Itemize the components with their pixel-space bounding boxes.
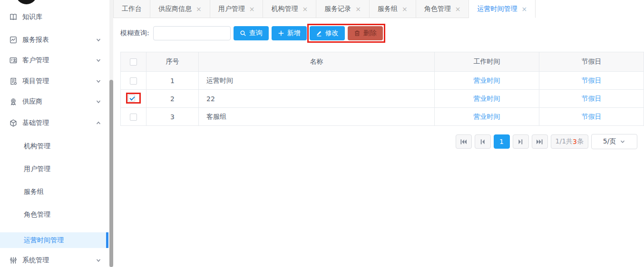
tab-supplier-info[interactable]: 供应商信息 ×: [150, 0, 210, 18]
sidebar-item-label: 基础管理: [22, 119, 49, 127]
header-name: 名称: [199, 52, 435, 72]
delete-button-label: 删除: [363, 29, 377, 38]
last-page-icon: [536, 139, 543, 145]
tab-bar: 工作台 供应商信息 × 用户管理 × 机构管理 × 服务记录 × 服务组 ×: [113, 0, 536, 18]
close-icon[interactable]: ×: [402, 6, 408, 12]
page-size-select[interactable]: 5/页: [591, 134, 637, 149]
sidebar-subitem-label: 机构管理: [24, 142, 50, 151]
header-work-time: 工作时间: [435, 52, 539, 72]
sliders-icon: [9, 256, 18, 265]
search-icon: [240, 30, 246, 37]
sidebar-subitem-role-management[interactable]: 角色管理: [0, 206, 108, 223]
app-logo: [16, 0, 37, 4]
sidebar-subitem-label: 服务组: [24, 188, 44, 196]
sidebar-subitem-user-management[interactable]: 用户管理: [0, 161, 108, 178]
holiday-link[interactable]: 节假日: [582, 76, 602, 84]
tab-label: 服务组: [378, 5, 398, 13]
cell-name: 22: [199, 90, 435, 108]
chevron-down-icon: [96, 78, 101, 84]
sidebar-scrollbar-thumb[interactable]: [109, 80, 113, 267]
pencil-icon: [316, 30, 322, 37]
tab-label: 供应商信息: [158, 5, 192, 13]
sidebar-item-basic-management[interactable]: 基础管理: [0, 114, 109, 132]
cell-name: 运营时间: [199, 72, 435, 90]
tab-role-management[interactable]: 角色管理 ×: [416, 0, 469, 18]
tab-operating-time-management[interactable]: 运营时间管理 ×: [469, 0, 536, 18]
close-icon[interactable]: ×: [302, 6, 308, 12]
page-info-suffix: 条: [577, 137, 584, 146]
add-button[interactable]: 新增: [272, 26, 307, 40]
chevron-down-icon: [96, 257, 101, 263]
sidebar-item-customer-management[interactable]: 客户管理: [0, 52, 109, 69]
sidebar-item-service-reports[interactable]: 服务报表: [0, 31, 109, 48]
close-icon[interactable]: ×: [521, 6, 527, 12]
prev-page-button[interactable]: [475, 134, 491, 149]
sidebar-item-knowledge-base[interactable]: 知识库: [0, 9, 109, 26]
tab-label: 角色管理: [424, 5, 451, 13]
query-button-label: 查询: [249, 29, 263, 38]
sidebar-item-supplier[interactable]: 供应商: [0, 93, 109, 110]
row-checkbox[interactable]: [130, 114, 137, 121]
fuzzy-search-label: 模糊查询:: [120, 29, 149, 38]
tab-service-records[interactable]: 服务记录 ×: [316, 0, 370, 18]
query-button[interactable]: 查询: [234, 26, 269, 40]
page-1-button[interactable]: 1: [494, 134, 510, 149]
delete-button[interactable]: 删除: [348, 26, 383, 40]
work-time-link[interactable]: 营业时间: [474, 95, 500, 102]
sidebar-item-label: 客户管理: [22, 56, 49, 65]
table-row: 3 客服组 营业时间 节假日: [121, 108, 644, 126]
page-info-prefix: 1/1共: [556, 137, 573, 146]
next-page-button[interactable]: [513, 134, 529, 149]
sidebar-item-label: 服务报表: [22, 36, 49, 44]
fuzzy-search-input[interactable]: [153, 26, 231, 40]
pagination: 1 1/1共3条 5/页: [456, 134, 637, 149]
work-time-link[interactable]: 营业时间: [474, 76, 500, 84]
sidebar-subitem-operating-time-management[interactable]: 运营时间管理: [0, 232, 108, 248]
sidebar-subitem-org-management[interactable]: 机构管理: [0, 138, 108, 155]
work-time-link[interactable]: 营业时间: [474, 113, 500, 120]
holiday-link[interactable]: 节假日: [582, 95, 602, 102]
plus-icon: [278, 30, 284, 37]
report-chart-icon: [9, 36, 18, 44]
close-icon[interactable]: ×: [249, 6, 255, 12]
toolbar: 模糊查询: 查询 新增 修改: [120, 26, 383, 40]
tab-label: 工作台: [122, 5, 142, 13]
sidebar-subitem-service-group[interactable]: 服务组: [0, 183, 108, 200]
close-icon[interactable]: ×: [455, 6, 461, 12]
chevron-down-icon: [620, 139, 625, 144]
page-size-value: 5/页: [603, 137, 616, 146]
tab-user-management[interactable]: 用户管理 ×: [210, 0, 263, 18]
edit-button[interactable]: 修改: [310, 26, 345, 40]
prev-page-icon: [479, 139, 486, 145]
close-icon[interactable]: ×: [196, 6, 202, 12]
select-all-checkbox[interactable]: [130, 58, 137, 66]
sidebar-item-project-management[interactable]: 项目管理: [0, 73, 109, 90]
close-icon[interactable]: ×: [355, 6, 361, 12]
header-index: 序号: [146, 52, 199, 72]
annotation-box-checkbox: [127, 94, 139, 102]
operating-time-table: 序号 名称 工作时间 节假日 1 运营时间 营业时间 节假日: [120, 52, 644, 126]
tab-workbench[interactable]: 工作台: [113, 0, 150, 18]
cell-index: 1: [146, 72, 199, 90]
tab-label: 运营时间管理: [477, 5, 517, 13]
edit-button-label: 修改: [325, 29, 339, 38]
table-row: 1 运营时间 营业时间 节假日: [121, 72, 644, 90]
tab-label: 机构管理: [271, 5, 298, 13]
row-checkbox[interactable]: [130, 77, 137, 85]
cell-index: 3: [146, 108, 199, 126]
chevron-down-icon: [96, 99, 101, 105]
row-checkbox-checked[interactable]: [128, 95, 135, 102]
first-page-button[interactable]: [456, 134, 472, 149]
cube-icon: [9, 119, 18, 127]
main-content: 工作台 供应商信息 × 用户管理 × 机构管理 × 服务记录 × 服务组 ×: [113, 0, 644, 267]
holiday-link[interactable]: 节假日: [582, 113, 602, 120]
cell-name: 客服组: [199, 108, 435, 126]
sidebar-subitem-label: 角色管理: [24, 210, 50, 219]
sidebar-item-system-management[interactable]: 系统管理: [0, 252, 109, 267]
chevron-down-icon: [96, 37, 101, 43]
next-page-icon: [517, 139, 524, 145]
tab-org-management[interactable]: 机构管理 ×: [263, 0, 316, 18]
last-page-button[interactable]: [532, 134, 548, 149]
project-doc-icon: [9, 77, 18, 86]
tab-service-group[interactable]: 服务组 ×: [370, 0, 416, 18]
